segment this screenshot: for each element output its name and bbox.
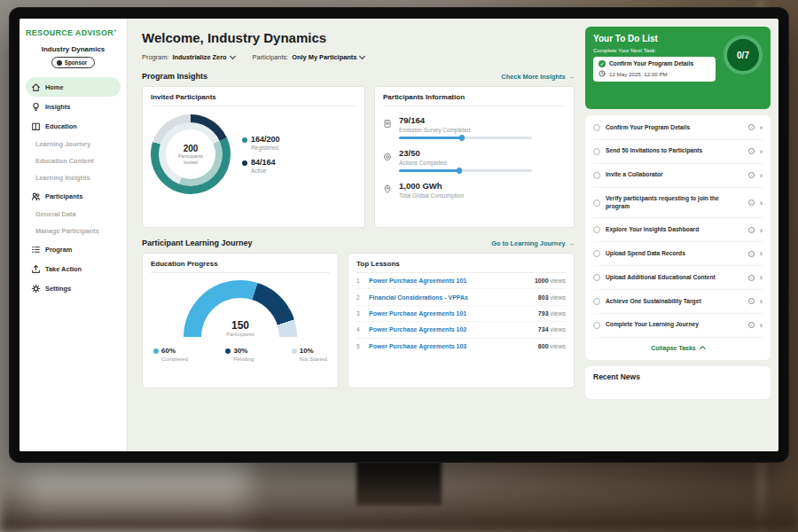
sponsor-badge[interactable]: Sponsor: [51, 57, 96, 68]
info-icon[interactable]: i: [748, 148, 755, 154]
people-icon: [31, 192, 41, 201]
lesson-link[interactable]: Power Purchase Agreements 102: [369, 326, 532, 332]
education-legend: 60% Completed 30% Pending 10% Not Starte…: [151, 347, 330, 362]
sidebar-item-learning-journey[interactable]: Learning Journey: [26, 136, 121, 153]
stat-value: 23/50: [399, 148, 532, 158]
task-label: Upload Spend Data Records: [606, 250, 743, 258]
lesson-link[interactable]: Power Purchase Agreements 103: [369, 343, 532, 349]
legend-label: Registered: [251, 145, 280, 151]
recent-news-title: Recent News: [593, 372, 640, 381]
go-to-learning-journey-link[interactable]: Go to Learning Journey →: [491, 239, 575, 247]
donut-center-value: 200: [184, 144, 199, 153]
task-row-upload-educational-content[interactable]: Upload Additional Educational Content i …: [593, 266, 763, 290]
lesson-rank: 4: [356, 326, 363, 332]
info-icon[interactable]: i: [748, 251, 755, 257]
program-select[interactable]: Program: Industrialize Zero: [142, 53, 235, 61]
info-icon[interactable]: i: [748, 124, 755, 130]
task-label: Explore Your Insights Dashboard: [606, 226, 743, 234]
legend-item-pending: 30% Pending: [225, 347, 254, 362]
home-icon: [31, 82, 41, 92]
todo-summary-card: Your To Do List Complete Your Next Task:…: [585, 27, 771, 109]
info-icon[interactable]: i: [748, 227, 755, 233]
chevron-right-icon[interactable]: ›: [760, 199, 763, 207]
check-more-insights-link[interactable]: Check More Insights →: [501, 73, 575, 81]
task-checkbox[interactable]: [593, 226, 600, 233]
lesson-link[interactable]: Power Purchase Agreements 101: [369, 278, 528, 284]
chevron-right-icon[interactable]: ›: [760, 297, 763, 306]
chevron-right-icon[interactable]: ›: [760, 147, 763, 156]
task-checkbox[interactable]: [593, 322, 600, 329]
card-title: Education Progress: [151, 260, 330, 273]
task-label: Verify participants requesting to join t…: [606, 195, 743, 210]
task-checkbox[interactable]: [593, 200, 600, 207]
next-task-pill[interactable]: ✓ Confirm Your Program Details 12 May 20…: [593, 57, 716, 82]
lesson-views-unit: views: [550, 343, 566, 349]
chevron-down-icon: [359, 52, 365, 59]
task-checkbox[interactable]: [593, 274, 600, 281]
link-label: Check More Insights: [501, 73, 565, 81]
info-icon[interactable]: i: [748, 172, 755, 178]
page-title: Welcome, Industry Dynamics: [142, 30, 575, 45]
sidebar-item-label: Education Content: [35, 157, 94, 165]
lesson-rank: 3: [356, 310, 363, 317]
lesson-link[interactable]: Power Purchase Agreements 101: [369, 310, 532, 317]
chevron-right-icon[interactable]: ›: [760, 273, 763, 282]
chevron-right-icon[interactable]: ›: [760, 321, 763, 330]
chevron-right-icon[interactable]: ›: [760, 171, 763, 180]
sidebar-item-settings[interactable]: Settings: [26, 278, 121, 298]
chevron-right-icon[interactable]: ›: [760, 123, 763, 132]
task-checkbox[interactable]: [593, 148, 600, 155]
legend-value: 60%: [161, 347, 176, 355]
sidebar-item-insights[interactable]: Insights: [26, 97, 121, 116]
participants-information-card: Participants Information 79/164 Emission…: [374, 86, 575, 228]
info-icon[interactable]: i: [748, 298, 755, 304]
desk-background: RESOURCE ADVISOR+ Industry Dynamics Spon…: [0, 0, 798, 532]
task-row-explore-insights[interactable]: Explore Your Insights Dashboard i ›: [593, 218, 763, 242]
lesson-row: 4 Power Purchase Agreements 102 734 view…: [356, 322, 566, 338]
book-icon: [31, 121, 41, 131]
sidebar-item-general-data[interactable]: General Data: [26, 206, 121, 223]
chevron-right-icon[interactable]: ›: [760, 226, 763, 235]
lesson-row: 5 Power Purchase Agreements 103 600 view…: [356, 339, 566, 354]
monitor-frame: RESOURCE ADVISOR+ Industry Dynamics Spon…: [9, 7, 789, 463]
info-icon[interactable]: i: [748, 275, 755, 281]
sidebar-item-participants[interactable]: Participants: [26, 186, 121, 206]
sidebar-item-manage-participants[interactable]: Manage Participants: [26, 223, 121, 239]
chevron-right-icon[interactable]: ›: [760, 249, 763, 258]
task-row-complete-learning-journey[interactable]: Complete Your Learning Journey i ›: [593, 314, 763, 338]
task-row-verify-participants[interactable]: Verify participants requesting to join t…: [593, 188, 763, 219]
participants-label: Participants:: [253, 53, 289, 61]
info-icon[interactable]: i: [748, 322, 755, 328]
sidebar-item-education-content[interactable]: Education Content: [26, 153, 121, 169]
task-row-confirm-program[interactable]: Confirm Your Program Details i ›: [593, 116, 763, 140]
sidebar-item-education[interactable]: Education: [26, 116, 121, 136]
sidebar-item-label: General Data: [35, 210, 76, 218]
task-checkbox[interactable]: [593, 298, 600, 305]
sidebar-item-label: Take Action: [45, 265, 82, 273]
lesson-views-unit: views: [550, 326, 566, 332]
task-row-achieve-sustainability-target[interactable]: Achieve One Sustainability Target i ›: [593, 290, 763, 314]
actions-progress-bar: [399, 169, 532, 173]
card-title: Participants Information: [383, 93, 566, 106]
lesson-link[interactable]: Financial Considerations - VPPAs: [369, 294, 532, 301]
lesson-views-unit: views: [550, 278, 566, 284]
task-row-send-invitations[interactable]: Send 50 Invitations to Participants i ›: [593, 140, 763, 164]
sidebar-item-program[interactable]: Program: [26, 239, 121, 259]
sidebar-item-take-action[interactable]: Take Action: [26, 259, 121, 278]
stat-value: 79/164: [399, 115, 532, 125]
collapse-tasks-button[interactable]: Collapse Tasks: [593, 338, 763, 359]
sidebar-item-home[interactable]: Home: [26, 77, 121, 97]
stat-value: 1,000 GWh: [399, 181, 464, 191]
task-row-upload-spend-data[interactable]: Upload Spend Data Records i ›: [593, 242, 763, 266]
legend-item-not-started: 10% Not Started: [292, 347, 327, 362]
sidebar: RESOURCE ADVISOR+ Industry Dynamics Spon…: [20, 19, 128, 451]
sidebar-item-learning-insights[interactable]: Learning Insights: [26, 169, 121, 186]
task-checkbox[interactable]: [593, 172, 600, 179]
task-checkbox[interactable]: [593, 250, 600, 257]
section-title: Program Insights: [142, 72, 207, 81]
task-row-invite-collaborator[interactable]: Invite a Collaborator i ›: [593, 164, 763, 188]
task-checkbox[interactable]: [593, 124, 600, 131]
arrow-right-icon: →: [568, 239, 575, 247]
participants-select[interactable]: Participants: Only My Participants: [253, 53, 365, 61]
info-icon[interactable]: i: [748, 200, 755, 206]
